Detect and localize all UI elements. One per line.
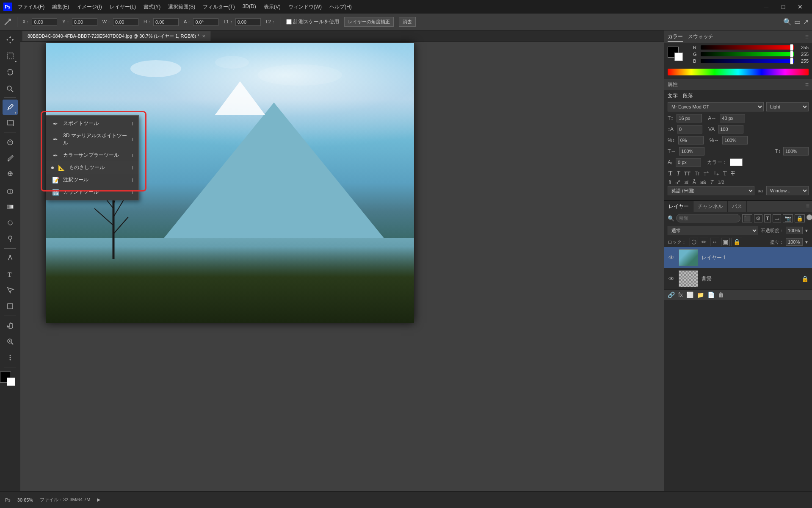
layer-row-1[interactable]: 👁 レイヤー 1: [664, 247, 812, 268]
y-input[interactable]: [72, 18, 97, 26]
toggle-filter-icon[interactable]: ●: [806, 214, 812, 220]
ctx-eyedropper[interactable]: ✒ スポイトツール I: [46, 117, 138, 130]
strikethrough-icon[interactable]: T: [730, 169, 736, 178]
swatches-tab[interactable]: スウォッチ: [688, 32, 713, 42]
properties-menu-icon[interactable]: ≡: [805, 81, 809, 88]
marquee-tool[interactable]: ▶: [3, 48, 18, 64]
h-input[interactable]: [153, 18, 179, 26]
smart-filter-icon[interactable]: 📷: [783, 214, 793, 222]
layer-row-2[interactable]: 👁 背景 🔒: [664, 268, 812, 289]
caps-icon[interactable]: TT: [683, 170, 691, 178]
blur-tool[interactable]: [3, 215, 18, 230]
scale2-v-input[interactable]: [783, 147, 809, 155]
tab-close-button[interactable]: ✕: [202, 34, 205, 39]
add-fx-icon[interactable]: fx: [678, 291, 683, 298]
pen-tool[interactable]: [3, 250, 18, 266]
language-select[interactable]: 英語 (米国): [668, 186, 754, 195]
layers-tab[interactable]: レイヤー: [664, 201, 693, 212]
bg-swatch[interactable]: [674, 53, 683, 61]
delete-layer-icon[interactable]: 🗑: [718, 291, 724, 298]
r-thumb[interactable]: [790, 44, 793, 51]
character-tab[interactable]: 文字: [668, 92, 678, 100]
fractions-icon[interactable]: 1/2: [717, 179, 725, 186]
color-panel-menu-icon[interactable]: ≡: [805, 33, 809, 40]
path-selection-tool[interactable]: [3, 283, 18, 298]
clear-button[interactable]: 消去: [399, 17, 416, 27]
hscale-input[interactable]: [722, 136, 748, 144]
type-filter-icon[interactable]: T: [764, 214, 771, 222]
fi-ligature-icon[interactable]: fi: [668, 178, 672, 186]
menu-file[interactable]: ファイル(F): [14, 2, 48, 12]
l1-input[interactable]: [235, 18, 261, 26]
eyedropper-tool[interactable]: ▶: [3, 100, 18, 115]
leading-input[interactable]: [677, 125, 702, 133]
italic-icon[interactable]: T: [676, 169, 681, 178]
background-color-swatch[interactable]: [7, 378, 15, 386]
lock-transparent-icon[interactable]: ⬡: [690, 238, 698, 246]
layer-angle-fix-button[interactable]: レイヤーの角度補正: [344, 17, 394, 27]
paragraph-tab[interactable]: 段落: [683, 92, 693, 100]
contextalt-icon[interactable]: T: [709, 178, 714, 186]
quick-selection-tool[interactable]: [3, 81, 18, 96]
w-input[interactable]: [113, 18, 138, 26]
measurement-scale-option[interactable]: 計測スケールを使用: [286, 18, 339, 25]
add-mask-icon[interactable]: ⬜: [686, 291, 693, 298]
ordinals-icon[interactable]: oa: [675, 178, 681, 186]
bold-icon[interactable]: T: [668, 169, 673, 178]
vscale-input[interactable]: [678, 136, 704, 144]
font-style-select[interactable]: Light: [766, 102, 809, 111]
lock-image-icon[interactable]: ✏: [700, 238, 708, 246]
tracking-input[interactable]: [720, 114, 745, 122]
text-tool[interactable]: T: [3, 266, 18, 282]
layers-menu-icon[interactable]: ≡: [804, 201, 812, 212]
subscript-icon[interactable]: T+: [713, 169, 720, 178]
alternate-icon[interactable]: Ã: [692, 178, 697, 186]
menu-help[interactable]: ヘルプ(H): [326, 2, 355, 12]
screen-mode-icon[interactable]: ▭: [794, 18, 801, 26]
layers-search-input[interactable]: [676, 214, 740, 222]
document-tab[interactable]: 80B8DD4C-6840-4FBA-BBD7-729E5407D0D4.jpg…: [22, 31, 211, 41]
menu-window[interactable]: ウィンドウ(W): [285, 2, 325, 12]
color-spectrum-bar[interactable]: [668, 69, 809, 75]
superscript-icon[interactable]: T+: [703, 169, 710, 178]
lock-all-icon[interactable]: 🔒: [732, 238, 742, 246]
clone-tool[interactable]: [3, 167, 18, 182]
pixel-filter-icon[interactable]: ⬛: [742, 214, 752, 222]
measurement-scale-checkbox[interactable]: [286, 19, 292, 25]
b-slider[interactable]: [701, 59, 794, 63]
aa-method-select[interactable]: Window...: [766, 186, 809, 195]
new-group-icon[interactable]: 📁: [697, 291, 704, 298]
ctx-3d-eyedropper[interactable]: ✒ 3D マテリアルスポイトツール I: [46, 130, 138, 149]
fill-input[interactable]: [786, 238, 803, 246]
color-tab[interactable]: カラー: [668, 32, 683, 42]
lock-filter-icon[interactable]: 🔒: [795, 214, 805, 222]
ctx-color-sampler[interactable]: ✒ カラーサンプラーツール I: [46, 149, 138, 161]
blend-mode-select[interactable]: 通常: [668, 226, 758, 235]
font-family-select[interactable]: Mr Eaves Mod OT: [668, 102, 764, 111]
eraser-tool[interactable]: [3, 183, 18, 198]
r-slider[interactable]: [701, 45, 794, 50]
menu-image[interactable]: イメージ(I): [73, 2, 105, 12]
zoom-tool[interactable]: [3, 334, 18, 349]
opacity-input[interactable]: [786, 227, 803, 234]
minimize-button[interactable]: ─: [758, 0, 775, 14]
hand-tool[interactable]: [3, 318, 18, 333]
patch-tool[interactable]: [3, 135, 18, 150]
crop-tool[interactable]: [3, 116, 18, 131]
ctx-ruler[interactable]: 📐 ものさしツール I: [46, 161, 138, 174]
swash-icon[interactable]: st: [684, 178, 689, 186]
ctx-annotation[interactable]: 📝 注釈ツール I: [46, 174, 138, 186]
menu-select[interactable]: 選択範囲(S): [165, 2, 199, 12]
brush-tool[interactable]: [3, 151, 18, 166]
g-slider[interactable]: [701, 52, 794, 56]
g-thumb[interactable]: [790, 51, 793, 58]
kerning-input[interactable]: [718, 125, 743, 133]
menu-view[interactable]: 表示(V): [260, 2, 284, 12]
text-color-swatch[interactable]: [730, 158, 743, 166]
dodge-tool[interactable]: [3, 231, 18, 247]
menu-layer[interactable]: レイヤー(L): [106, 2, 140, 12]
ctx-count[interactable]: 🔢 カウントツール I: [46, 186, 138, 198]
menu-edit[interactable]: 編集(E): [49, 2, 72, 12]
baseline-input[interactable]: [676, 158, 701, 167]
maximize-button[interactable]: □: [775, 0, 792, 14]
